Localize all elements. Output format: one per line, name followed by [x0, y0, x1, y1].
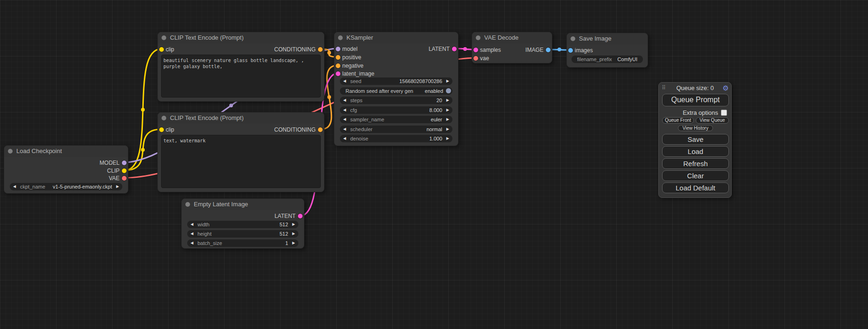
load-default-button[interactable]: Load Default [662, 182, 729, 193]
slot-row: vae [472, 55, 552, 62]
output-label-model: MODEL [99, 160, 120, 166]
clear-button[interactable]: Clear [662, 170, 729, 181]
widget-cfg[interactable]: ◀ cfg 8.000 ▶ [340, 106, 452, 114]
save-button[interactable]: Save [662, 134, 729, 145]
link-midpoint-dot[interactable] [141, 148, 145, 152]
input-slot-negative[interactable] [336, 63, 340, 68]
node-graph-canvas[interactable]: Load Checkpoint MODEL CLIP VAE ◀ ckpt_na… [0, 0, 868, 329]
stepper-right-icon[interactable]: ▶ [292, 222, 295, 227]
input-slot-samples[interactable] [473, 48, 478, 52]
link-midpoint-dot[interactable] [327, 95, 331, 99]
widget-batch-size[interactable]: ◀ batch_size 1 ▶ [187, 239, 298, 247]
output-slot-conditioning[interactable] [318, 127, 323, 132]
stepper-left-icon[interactable]: ◀ [343, 127, 346, 132]
queue-front-button[interactable]: Queue Front [662, 117, 694, 124]
widget-filename-prefix[interactable]: filename_prefix ComfyUI [572, 56, 643, 63]
view-queue-button[interactable]: View Queue [696, 117, 729, 124]
input-slot-latent-image[interactable] [336, 71, 340, 76]
node-clip-positive-titlebar[interactable]: CLIP Text Encode (Prompt) [158, 32, 324, 43]
widget-ckpt-name[interactable]: ◀ ckpt_name v1-5-pruned-emaonly.ckpt ▶ [10, 183, 122, 190]
widget-scheduler[interactable]: ◀ scheduler normal ▶ [340, 126, 452, 133]
input-slot-clip[interactable] [159, 47, 164, 52]
stepper-left-icon[interactable]: ◀ [343, 136, 346, 141]
stepper-left-icon[interactable]: ◀ [343, 108, 346, 112]
widget-seed[interactable]: ◀ seed 156680208700286 ▶ [340, 77, 452, 85]
settings-gear-icon[interactable]: ⚙ [723, 84, 729, 92]
widget-width[interactable]: ◀ width 512 ▶ [187, 221, 298, 228]
negative-prompt-textarea[interactable]: text, watermark [161, 135, 321, 188]
input-label-positive: positive [342, 54, 361, 61]
widget-label: Random seed after every gen [346, 88, 413, 94]
link-midpoint-dot[interactable] [557, 48, 561, 51]
toggle-knob-icon[interactable] [446, 88, 451, 93]
widget-height[interactable]: ◀ height 512 ▶ [187, 230, 298, 238]
output-slot-conditioning[interactable] [318, 47, 323, 52]
widget-sampler-name[interactable]: ◀ sampler_name euler ▶ [340, 116, 452, 123]
queue-prompt-button[interactable]: Queue Prompt [662, 94, 729, 106]
menu-header: ⠿ Queue size: 0 ⚙ [659, 84, 731, 92]
stepper-right-icon[interactable]: ▶ [292, 241, 295, 245]
collapse-dot-icon[interactable] [8, 149, 13, 154]
widget-label: steps [350, 98, 362, 103]
widget-steps[interactable]: ◀ steps 20 ▶ [340, 97, 452, 104]
input-slot-vae[interactable] [473, 56, 478, 61]
output-slot-clip[interactable] [122, 168, 127, 173]
widget-value: 1 [285, 240, 288, 246]
link-midpoint-dot[interactable] [141, 108, 145, 112]
widget-label: height [198, 231, 212, 237]
collapse-dot-icon[interactable] [476, 35, 480, 40]
view-history-button[interactable]: View History [678, 125, 713, 131]
link-midpoint-dot[interactable] [229, 104, 233, 107]
stepper-right-icon[interactable]: ▶ [446, 98, 449, 103]
node-save-image: Save Image images filename_prefix ComfyU… [566, 33, 648, 68]
input-slot-clip[interactable] [159, 127, 164, 132]
output-slot-vae[interactable] [122, 176, 127, 181]
widget-random-seed-toggle[interactable]: Random seed after every gen enabled [340, 87, 452, 95]
positive-prompt-textarea[interactable]: beautiful scenery nature glass bottle la… [161, 55, 321, 98]
slot-row: model LATENT [334, 45, 458, 53]
input-slot-positive[interactable] [336, 55, 340, 60]
link-midpoint-dot[interactable] [327, 51, 331, 55]
stepper-right-icon[interactable]: ▶ [292, 231, 295, 236]
link-midpoint-dot[interactable] [463, 47, 467, 51]
node-empty-latent-titlebar[interactable]: Empty Latent Image [182, 199, 304, 210]
load-button[interactable]: Load [662, 146, 729, 157]
node-vae-decode-titlebar[interactable]: VAE Decode [472, 32, 552, 43]
node-save-image-titlebar[interactable]: Save Image [567, 33, 648, 44]
collapse-dot-icon[interactable] [162, 35, 166, 40]
collapse-dot-icon[interactable] [571, 36, 575, 41]
widget-denoise[interactable]: ◀ denoise 1.000 ▶ [340, 135, 452, 142]
stepper-left-icon[interactable]: ◀ [191, 231, 193, 236]
refresh-button[interactable]: Refresh [662, 158, 729, 169]
input-slot-images[interactable] [568, 48, 573, 53]
queue-size-label: Queue size: 0 [659, 84, 731, 91]
stepper-left-icon[interactable]: ◀ [191, 241, 193, 245]
node-clip-negative-titlebar[interactable]: CLIP Text Encode (Prompt) [158, 112, 324, 124]
collapse-dot-icon[interactable] [338, 35, 343, 40]
extra-options-checkbox[interactable] [721, 110, 727, 116]
output-slot-model[interactable] [122, 161, 127, 165]
output-slot-latent[interactable] [452, 47, 457, 51]
slot-row: latent_image [334, 70, 458, 77]
collapse-dot-icon[interactable] [185, 202, 190, 207]
stepper-right-icon[interactable]: ▶ [446, 108, 449, 112]
stepper-left-icon[interactable]: ◀ [191, 222, 193, 227]
output-slot-latent[interactable] [298, 214, 303, 218]
input-slot-model[interactable] [336, 47, 340, 51]
output-slot-image[interactable] [546, 48, 550, 52]
stepper-right-icon[interactable]: ▶ [446, 127, 449, 132]
node-load-checkpoint-titlebar[interactable]: Load Checkpoint [4, 146, 128, 157]
stepper-left-icon[interactable]: ◀ [343, 79, 346, 84]
widget-value: 156680208700286 [399, 78, 442, 84]
node-ksampler-titlebar[interactable]: KSampler [334, 32, 458, 43]
collapse-dot-icon[interactable] [162, 116, 166, 120]
stepper-left-icon[interactable]: ◀ [13, 184, 16, 189]
stepper-right-icon[interactable]: ▶ [446, 79, 449, 84]
stepper-left-icon[interactable]: ◀ [343, 117, 346, 122]
node-title: Load Checkpoint [16, 147, 62, 154]
stepper-right-icon[interactable]: ▶ [446, 136, 449, 141]
stepper-right-icon[interactable]: ▶ [446, 117, 449, 122]
stepper-right-icon[interactable]: ▶ [116, 184, 119, 189]
stepper-left-icon[interactable]: ◀ [343, 98, 346, 103]
output-label-latent: LATENT [275, 213, 296, 219]
